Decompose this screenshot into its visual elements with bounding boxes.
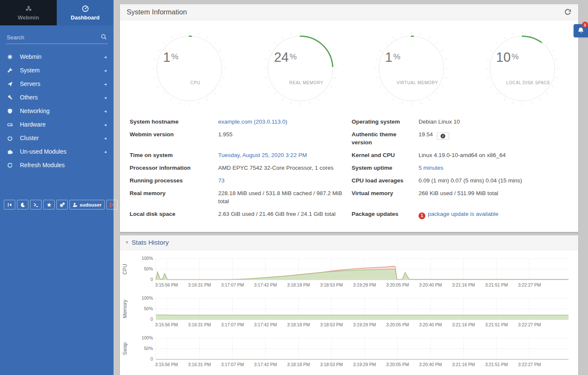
svg-text:3:17:42 PM: 3:17:42 PM [254, 362, 277, 367]
logout-button[interactable] [106, 200, 118, 210]
sidebar-item-label: Servers [20, 80, 40, 87]
svg-text:3:21:16 PM: 3:21:16 PM [452, 322, 475, 327]
logout-icon [109, 202, 114, 207]
info-value-text[interactable]: example.com (203.0.113.0) [218, 119, 287, 125]
terminal-button[interactable] [30, 200, 42, 210]
gauge-dial [152, 31, 227, 106]
info-label-running-processes: Running processes [130, 176, 218, 185]
tab-webmin[interactable]: Webmin [0, 0, 57, 25]
search-icon [101, 34, 107, 41]
send-icon [7, 81, 13, 87]
stats-history-panel: ▾ Stats History 100%50%03:15:56 PM3:16:3… [120, 235, 578, 375]
sidebar-nav: Webmin◂System◂Servers◂Others◂Networking◂… [0, 50, 114, 172]
info-value-text: 228.18 MiB used / 531.8 MiB cached / 987… [218, 190, 342, 204]
info-value-cpu-load-averages: 0.09 (1 min) 0.07 (5 mins) 0.04 (15 mins… [419, 176, 569, 185]
night-mode-button[interactable] [17, 200, 28, 210]
sidebar-footer-toolbar: sudouser [4, 200, 118, 210]
sidebar-item-cluster[interactable]: Cluster◂ [0, 131, 114, 145]
info-value-system-uptime[interactable]: 5 minutes [419, 164, 569, 172]
refresh-button[interactable] [564, 8, 571, 16]
search-input[interactable] [6, 32, 108, 44]
svg-text:3:21:51 PM: 3:21:51 PM [485, 362, 508, 367]
caret-left-icon: ◂ [104, 136, 106, 141]
tab-dashboard[interactable]: Dashboard [57, 0, 114, 25]
caret-left-icon: ◂ [104, 82, 106, 86]
info-value-text[interactable]: Tuesday, August 25, 2020 3:22 PM [218, 152, 307, 158]
collapse-sidebar-button[interactable] [4, 200, 15, 210]
svg-text:3:21:51 PM: 3:21:51 PM [485, 282, 508, 287]
svg-text:CPU: CPU [122, 264, 128, 274]
gauge-real-memory: 24% REAL MEMORY [263, 31, 338, 111]
info-value-text: 268 KiB used / 511.99 MiB total [419, 190, 498, 196]
sidebar-item-networking[interactable]: Networking◂ [0, 104, 114, 118]
sidebar-item-webmin[interactable]: Webmin◂ [0, 50, 114, 63]
svg-text:3:22:27 PM: 3:22:27 PM [518, 282, 541, 287]
user-icon [72, 202, 78, 207]
svg-text:100%: 100% [141, 256, 153, 261]
favorites-button[interactable] [43, 200, 55, 210]
svg-text:3:21:16 PM: 3:21:16 PM [452, 282, 475, 287]
gauge-label: VIRTUAL MEMORY [397, 80, 438, 85]
info-value-text[interactable]: package update is available [428, 211, 499, 217]
svg-text:3:20:40 PM: 3:20:40 PM [419, 282, 442, 287]
info-value-text[interactable]: 5 minutes [419, 165, 444, 171]
sidebar-item-refresh-modules[interactable]: Refresh Modules [0, 158, 114, 172]
svg-text:3:17:07 PM: 3:17:07 PM [221, 322, 244, 327]
page-title: System Information [127, 8, 187, 16]
stats-chart-cpu: 100%50%03:15:56 PM3:16:31 PM3:17:07 PM3:… [120, 255, 578, 295]
info-value-time-on-system[interactable]: Tuesday, August 25, 2020 3:22 PM [218, 151, 352, 159]
night-mode-icon [20, 202, 25, 207]
info-value-virtual-memory: 268 KiB used / 511.99 MiB total [419, 189, 569, 205]
info-value-text[interactable]: 73 [218, 177, 225, 184]
sidebar-item-label: Others [20, 94, 38, 101]
svg-text:50%: 50% [144, 306, 153, 311]
info-label-webmin-version: Webmin version [130, 130, 218, 146]
sidebar-item-label: Refresh Modules [20, 162, 65, 168]
stats-charts: 100%50%03:15:56 PM3:16:31 PM3:17:07 PM3:… [120, 250, 578, 375]
info-value-webmin-version: 1.955 [218, 130, 352, 146]
favorites-icon [47, 202, 52, 207]
puzzle-icon [7, 149, 13, 154]
svg-text:3:18:53 PM: 3:18:53 PM [320, 322, 343, 327]
gauge-value: 24% [274, 50, 297, 65]
info-value-text: Debian Linux 10 [419, 119, 460, 125]
info-label-package-updates: Package updates [352, 210, 419, 219]
svg-text:3:15:56 PM: 3:15:56 PM [155, 282, 178, 287]
hdd-icon [7, 122, 13, 127]
chart-memory: 100%50%03:15:56 PM3:16:31 PM3:17:07 PM3:… [120, 295, 578, 331]
sidebar-search [6, 32, 108, 44]
gauge-cpu: 1% CPU [152, 31, 227, 111]
theme-info-button[interactable]: i [437, 132, 449, 140]
terminal-icon [33, 202, 39, 207]
svg-text:3:20:05 PM: 3:20:05 PM [386, 362, 409, 367]
info-value-operating-system: Debian Linux 10 [419, 118, 569, 126]
sidebar-item-others[interactable]: Others◂ [0, 91, 114, 104]
sidebar-item-un-used-modules[interactable]: Un-used Modules◂ [0, 145, 114, 158]
info-value-authentic-theme-version[interactable]: 19.54i [419, 130, 569, 146]
info-value-system-hostname[interactable]: example.com (203.0.113.0) [218, 118, 352, 126]
svg-text:0: 0 [150, 356, 153, 361]
info-value-package-updates[interactable]: 1package update is available [419, 210, 569, 219]
svg-text:3:20:40 PM: 3:20:40 PM [419, 362, 442, 367]
sidebar-item-system[interactable]: System◂ [0, 63, 114, 77]
info-value-text: 19.54 [419, 131, 433, 138]
stats-history-title: Stats History [132, 239, 169, 246]
webmin-logo-icon [25, 5, 32, 12]
sidebar-item-label: Cluster [20, 135, 39, 141]
theme-settings-button[interactable] [56, 200, 68, 210]
info-value-real-memory: 228.18 MiB used / 531.8 MiB cached / 987… [218, 189, 352, 205]
info-value-local-disk-space: 2.63 GiB used / 21.46 GiB free / 24.1 Gi… [218, 210, 352, 219]
gauge-label: LOCAL DISK SPACE [506, 80, 550, 85]
info-icon: i [441, 134, 445, 138]
stats-history-header[interactable]: ▾ Stats History [120, 235, 578, 250]
sidebar-item-servers[interactable]: Servers◂ [0, 77, 114, 91]
svg-text:3:20:40 PM: 3:20:40 PM [419, 322, 442, 327]
sidebar: WebminDashboard Webmin◂System◂Servers◂Ot… [0, 0, 114, 375]
info-value-running-processes[interactable]: 73 [218, 176, 352, 185]
caret-left-icon: ◂ [104, 55, 106, 59]
sidebar-item-hardware[interactable]: Hardware◂ [0, 118, 114, 131]
user-button[interactable]: sudouser [69, 200, 105, 210]
sidebar-item-label: Webmin [20, 53, 42, 60]
notifications-button[interactable]: 1 [574, 24, 588, 37]
gauge-value: 10% [496, 50, 519, 65]
